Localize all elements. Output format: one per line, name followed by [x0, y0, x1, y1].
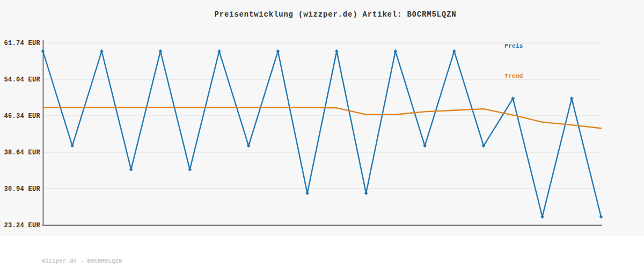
data-point-marker — [599, 215, 603, 219]
line-chart: 61.74 EUR54.04 EUR46.34 EUR38.64 EUR30.9… — [0, 0, 644, 236]
data-point-marker — [335, 49, 339, 53]
data-point-marker — [247, 144, 251, 148]
data-point-marker — [129, 168, 133, 172]
data-point-marker — [188, 168, 192, 172]
data-point-marker — [276, 49, 280, 53]
y-axis-tick-label: 54.04 EUR — [4, 76, 40, 84]
price-history-figure: Preisentwicklung (wizzper.de) Artikel: B… — [0, 0, 644, 268]
data-point-marker — [305, 191, 309, 195]
data-point-marker — [540, 215, 544, 219]
data-point-marker — [217, 49, 221, 53]
data-point-marker — [393, 49, 397, 53]
data-point-marker — [159, 49, 163, 53]
data-point-marker — [423, 144, 427, 148]
y-axis-tick-label: 23.24 EUR — [4, 222, 40, 229]
y-axis-tick-label: 46.34 EUR — [4, 113, 40, 120]
y-axis-tick-label: 30.94 EUR — [4, 185, 40, 193]
watermark: Wizzper.de - B0CRM5LQZN — [42, 258, 122, 264]
data-point-marker — [570, 96, 574, 100]
data-point-marker — [100, 49, 104, 53]
y-axis-tick-label: 61.74 EUR — [4, 40, 40, 47]
data-point-marker — [452, 49, 456, 53]
data-point-marker — [70, 144, 74, 148]
data-point-marker — [364, 191, 368, 195]
y-axis-tick-label: 38.64 EUR — [4, 149, 40, 157]
data-point-marker — [41, 49, 45, 53]
preis-line — [43, 51, 601, 217]
